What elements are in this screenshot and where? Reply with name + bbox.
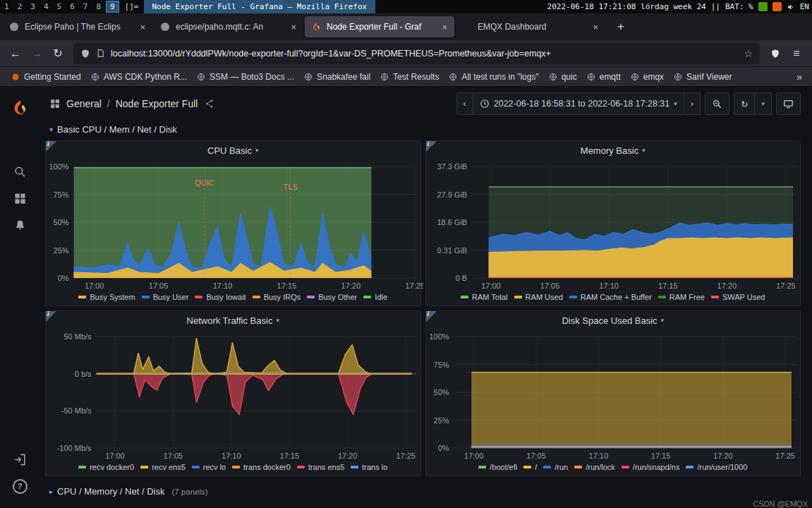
workspace-9[interactable]: 9 <box>106 1 119 13</box>
bookmark-item[interactable]: SSM — Boto3 Docs ... <box>193 70 298 84</box>
time-picker-group: ‹ 2022-06-18 16:58:31 to 2022-06-18 17:2… <box>456 92 801 115</box>
help-icon[interactable]: ? <box>6 473 34 500</box>
row-basic-cpu-mem-net-disk[interactable]: ▾ Basic CPU / Mem / Net / Disk <box>49 124 801 135</box>
legend-item[interactable]: Idle <box>363 293 387 301</box>
legend-item[interactable]: SWAP Used <box>711 293 765 301</box>
legend-item[interactable]: recv ens5 <box>140 463 186 471</box>
search-icon[interactable] <box>6 158 34 185</box>
legend-item[interactable]: RAM Free <box>658 293 705 301</box>
browser-tab[interactable]: eclipse/paho.mqtt.c: An× <box>154 16 303 37</box>
legend-item[interactable]: trans lo <box>351 463 387 471</box>
bookmark-item[interactable]: All test runs in "logs" <box>444 70 543 84</box>
legend-item[interactable]: Busy IRQs <box>253 293 301 301</box>
alerting-bell-icon[interactable] <box>6 212 34 238</box>
extension-shield-icon[interactable] <box>765 44 785 64</box>
legend-item[interactable]: Busy System <box>78 293 135 301</box>
panel-info-icon[interactable]: i <box>426 141 437 152</box>
panel-title[interactable]: CPU Basic▾ <box>46 141 420 159</box>
chart-network-traffic-basic[interactable]: -100 Mb/s-50 Mb/s0 b/s50 Mb/s17:0017:051… <box>49 329 423 462</box>
legend-item[interactable]: /run/lock <box>574 463 615 471</box>
bookmark-item[interactable]: Getting Started <box>7 70 85 84</box>
url-input[interactable]: localhost:13000/d/rYdddlPWk/node-exporte… <box>73 43 760 64</box>
grafana-logo[interactable] <box>6 95 34 121</box>
legend-item[interactable]: recv docker0 <box>78 463 134 471</box>
tracking-shield-icon[interactable] <box>80 49 90 59</box>
dashboards-icon[interactable] <box>6 185 34 212</box>
bookmark-item[interactable]: AWS CDK Python R... <box>87 70 191 84</box>
chevron-right-icon: ▸ <box>49 488 53 495</box>
workspace-6[interactable]: 6 <box>66 1 78 12</box>
legend-item[interactable]: trans docker0 <box>232 463 291 471</box>
legend-item[interactable]: /run/user/1000 <box>686 463 747 471</box>
close-tab-icon[interactable]: × <box>440 22 449 32</box>
close-tab-icon[interactable]: × <box>138 22 147 32</box>
bookmark-item[interactable]: emqtt <box>583 70 625 84</box>
legend-item[interactable]: /boot/efi <box>478 463 517 471</box>
legend-item[interactable]: /run/snapd/ns <box>622 463 680 471</box>
zoom-out-button[interactable] <box>705 92 729 115</box>
bookmark-item[interactable]: Snabkafee fail <box>300 70 375 84</box>
panel-info-icon[interactable]: i <box>426 311 437 322</box>
chart-memory-basic[interactable]: 0 B9.31 GiB18.6 GiB27.9 GiB37.3 GiB17:00… <box>429 159 804 292</box>
refresh-interval-dropdown[interactable]: ▾ <box>754 92 772 115</box>
workspace-7[interactable]: 7 <box>80 1 92 12</box>
panel-title[interactable]: Disk Space Used Basic▾ <box>426 311 801 329</box>
legend-item[interactable]: Busy Other <box>307 293 357 301</box>
close-tab-icon[interactable]: × <box>289 22 298 32</box>
chart-cpu-basic[interactable]: 0%25%50%75%100%17:0017:0517:1017:1517:20… <box>49 159 423 292</box>
workspace-4[interactable]: 4 <box>40 1 52 12</box>
browser-tab[interactable]: Eclipse Paho | The Eclips× <box>3 16 152 37</box>
layout-indicator: []= <box>120 2 144 11</box>
url-text[interactable]: localhost:13000/d/rYdddlPWk/node-exporte… <box>111 49 738 59</box>
share-icon[interactable] <box>205 99 214 109</box>
dashboard-title[interactable]: Node Exporter Full <box>116 98 198 109</box>
legend-item[interactable]: Busy Iowait <box>195 293 246 301</box>
legend-item[interactable]: RAM Used <box>514 293 563 301</box>
legend-item[interactable]: RAM Total <box>461 293 508 301</box>
bookmark-item[interactable]: Sarif Viewer <box>669 70 736 84</box>
bookmark-item[interactable]: quic <box>545 70 581 84</box>
legend-item[interactable]: recv lo <box>192 463 226 471</box>
legend-item[interactable]: Busy User <box>142 293 189 301</box>
bookmarks-overflow-icon[interactable]: » <box>794 71 805 83</box>
refresh-button[interactable]: ↻ <box>734 92 755 115</box>
browser-tab[interactable]: EMQX Dashboard× <box>456 16 605 37</box>
panel-info-icon[interactable]: i <box>46 141 56 152</box>
breadcrumb-section[interactable]: General <box>66 98 102 109</box>
close-tab-icon[interactable]: × <box>591 22 600 32</box>
grafana-favicon <box>310 21 322 32</box>
time-shift-forward-button[interactable]: › <box>684 92 701 115</box>
chart-area-network-traffic-basic[interactable]: -100 Mb/s-50 Mb/s0 b/s50 Mb/s17:0017:051… <box>46 329 420 462</box>
workspace-1[interactable]: 1 <box>1 1 13 12</box>
bookmark-item[interactable]: emqx <box>626 70 668 84</box>
legend-item[interactable]: RAM Cache + Buffer <box>569 293 652 301</box>
sign-in-icon[interactable] <box>6 446 34 473</box>
workspace-5[interactable]: 5 <box>54 1 66 12</box>
time-range-picker[interactable]: 2022-06-18 16:58:31 to 2022-06-18 17:28:… <box>473 92 684 115</box>
row-cpu-memory-net-disk[interactable]: ▸ CPU / Memory / Net / Disk (7 panels) <box>49 486 801 497</box>
kiosk-mode-button[interactable] <box>776 92 801 115</box>
bookmark-item[interactable]: Test Results <box>376 70 443 84</box>
panel-title[interactable]: Memory Basic▾ <box>426 141 801 159</box>
reload-button[interactable]: ↻ <box>48 44 68 64</box>
back-button[interactable]: ← <box>6 44 25 64</box>
panel-info-icon[interactable]: i <box>46 311 56 322</box>
browser-tab[interactable]: Node Exporter Full - Graf× <box>305 16 454 37</box>
workspace-2[interactable]: 2 <box>14 1 26 12</box>
forward-button[interactable]: → <box>27 44 47 64</box>
time-shift-back-button[interactable]: ‹ <box>456 92 473 115</box>
chart-area-memory-basic[interactable]: 0 B9.31 GiB18.6 GiB27.9 GiB37.3 GiB17:00… <box>426 159 801 292</box>
workspace-3[interactable]: 3 <box>27 1 39 12</box>
workspace-8[interactable]: 8 <box>92 1 104 12</box>
legend-item[interactable]: trans ens5 <box>297 463 344 471</box>
chart-disk-space-used-basic[interactable]: 0%25%50%75%100%17:0017:0517:1017:1517:20… <box>429 329 804 462</box>
legend-item[interactable]: / <box>523 463 537 471</box>
chart-area-disk-space-used-basic[interactable]: 0%25%50%75%100%17:0017:0517:1017:1517:20… <box>426 329 801 462</box>
legend-item[interactable]: /run <box>543 463 568 471</box>
panel-title[interactable]: Network Traffic Basic▾ <box>46 311 420 329</box>
new-tab-button[interactable]: + <box>612 18 630 35</box>
chart-area-cpu-basic[interactable]: 0%25%50%75%100%17:0017:0517:1017:1517:20… <box>46 159 420 292</box>
bookmark-star-icon[interactable]: ☆ <box>744 48 753 59</box>
menu-button[interactable]: ≡ <box>787 44 806 64</box>
site-info-icon[interactable] <box>96 49 105 58</box>
